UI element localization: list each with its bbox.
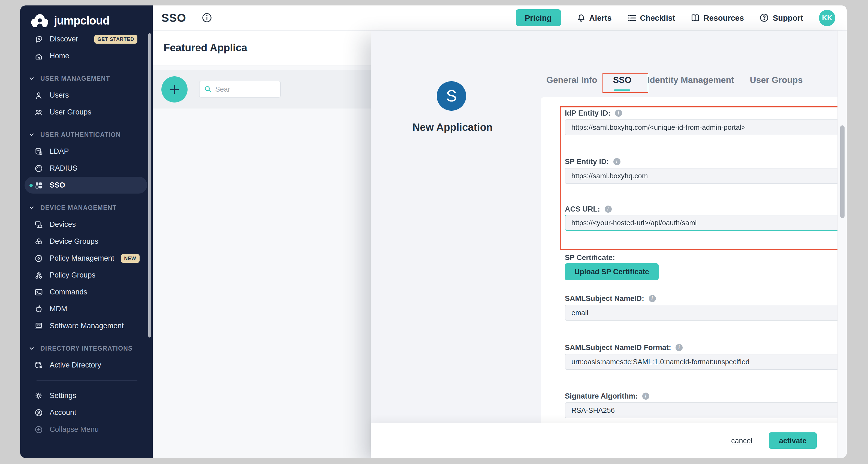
signature-algorithm-select[interactable]: RSA-SHA256▼ xyxy=(565,402,847,418)
new-application-modal: S New Application General Info SSO Ident… xyxy=(371,31,847,458)
sidebar-divider xyxy=(36,380,137,380)
search-input[interactable] xyxy=(215,85,275,93)
pricing-button[interactable]: Pricing xyxy=(516,9,561,26)
chevron-down-icon xyxy=(27,132,36,136)
sp-entity-id-input[interactable] xyxy=(565,168,847,184)
samlsubject-nameid-format-select[interactable]: urn:oasis:names:tc:SAML:1.0:nameid-forma… xyxy=(565,354,847,370)
user-icon xyxy=(34,91,43,99)
sso-tab-annotation-box xyxy=(602,73,648,93)
avatar[interactable]: KK xyxy=(819,9,835,26)
active-indicator-dot xyxy=(29,183,33,187)
sidebar-item-user-groups[interactable]: User Groups xyxy=(20,103,153,121)
activate-button[interactable]: activate xyxy=(769,432,817,449)
jumpcloud-logo: jumpcloud xyxy=(20,5,153,31)
modal-scrollbar-thumb[interactable] xyxy=(840,125,844,218)
commands-terminal-icon xyxy=(34,288,43,296)
sidebar-item-label: Software Management xyxy=(50,322,124,330)
sidebar-item-label: RADIUS xyxy=(50,164,78,172)
active-directory-icon xyxy=(34,361,43,369)
rocket-icon xyxy=(34,35,43,43)
gear-icon xyxy=(34,391,43,400)
nav-label: Resources xyxy=(704,13,744,22)
sidebar-item-ldap[interactable]: LDAP xyxy=(20,143,153,160)
sidebar-item-collapse-menu[interactable]: Collapse Menu xyxy=(20,421,153,438)
sidebar-item-label: SSO xyxy=(50,181,65,189)
sidebar-item-software-management[interactable]: Software Management xyxy=(20,317,153,334)
sidebar-item-mdm[interactable]: MDM xyxy=(20,301,153,317)
software-management-icon xyxy=(34,321,43,330)
ldap-database-icon xyxy=(34,147,43,156)
search-box[interactable] xyxy=(199,81,281,98)
checklist-button[interactable]: Checklist xyxy=(627,13,675,22)
info-icon[interactable]: i xyxy=(649,295,656,302)
page-header: SSO Pricing Alerts Checklist xyxy=(153,5,847,31)
signature-algorithm-label: Signature Algorithm:i xyxy=(565,392,649,400)
info-icon[interactable] xyxy=(202,12,212,23)
nav-label: Checklist xyxy=(640,13,675,22)
section-title: DIRECTORY INTEGRATIONS xyxy=(40,345,133,351)
sidebar-item-users[interactable]: Users xyxy=(20,87,153,103)
sidebar-item-home[interactable]: Home xyxy=(20,48,153,64)
sidebar-item-label: User Groups xyxy=(50,108,91,116)
modal-footer: cancel activate xyxy=(371,423,847,458)
resources-button[interactable]: Resources xyxy=(691,13,744,22)
sidebar-scrollbar[interactable] xyxy=(148,33,151,338)
support-button[interactable]: Support xyxy=(760,13,803,22)
info-icon[interactable]: i xyxy=(642,392,649,399)
sidebar-item-radius[interactable]: RADIUS xyxy=(20,160,153,177)
sidebar-item-device-groups[interactable]: Device Groups xyxy=(20,233,153,250)
sidebar-item-devices[interactable]: Devices xyxy=(20,216,153,233)
radius-icon xyxy=(34,164,43,173)
header-actions: Pricing Alerts Checklist Resources xyxy=(516,9,835,26)
sidebar-section-user-authentication[interactable]: USER AUTHENTICATION xyxy=(20,126,153,143)
sidebar-section-device-management[interactable]: DEVICE MANAGEMENT xyxy=(20,199,153,216)
chevron-down-icon xyxy=(27,76,36,81)
policy-groups-icon xyxy=(34,271,43,279)
sidebar: jumpcloud Discover GET STARTED Home USER… xyxy=(20,5,153,458)
sidebar-item-policy-management[interactable]: Policy Management NEW xyxy=(20,250,153,267)
page-title: SSO xyxy=(161,11,186,24)
section-title: DEVICE MANAGEMENT xyxy=(40,204,117,211)
sidebar-item-label: Home xyxy=(50,52,69,60)
sidebar-item-commands[interactable]: Commands xyxy=(20,283,153,301)
modal-scrollbar-track[interactable] xyxy=(837,31,847,458)
sidebar-item-label: Collapse Menu xyxy=(50,425,99,433)
tab-user-groups[interactable]: User Groups xyxy=(750,74,803,86)
cancel-button[interactable]: cancel xyxy=(731,436,752,445)
acs-url-input[interactable] xyxy=(565,215,847,230)
question-circle-icon xyxy=(760,13,769,22)
section-title: USER AUTHENTICATION xyxy=(40,131,121,138)
info-icon[interactable]: i xyxy=(676,344,683,351)
nav-label: Support xyxy=(773,13,803,22)
info-icon[interactable]: i xyxy=(615,109,622,116)
sidebar-item-label: Policy Groups xyxy=(50,271,95,279)
info-icon[interactable]: i xyxy=(604,205,612,212)
sp-certificate-label: SP Certificate: xyxy=(565,253,615,262)
tab-general-info[interactable]: General Info xyxy=(546,74,597,86)
new-badge: NEW xyxy=(121,254,139,262)
sidebar-item-settings[interactable]: Settings xyxy=(20,387,153,404)
sidebar-item-policy-groups[interactable]: Policy Groups xyxy=(20,267,153,283)
tab-identity-management[interactable]: Identity Management xyxy=(647,74,734,86)
sidebar-item-label: Device Groups xyxy=(50,237,98,245)
sidebar-item-sso[interactable]: SSO xyxy=(25,177,147,193)
sidebar-item-discover[interactable]: Discover GET STARTED xyxy=(20,31,153,48)
upload-sp-certificate-button[interactable]: Upload SP Certificate xyxy=(565,264,659,280)
sidebar-item-label: Commands xyxy=(50,288,87,296)
book-icon xyxy=(691,13,700,22)
info-icon[interactable]: i xyxy=(613,158,620,165)
samlsubject-nameid-select[interactable]: email▼ xyxy=(565,305,847,320)
sidebar-section-directory-integrations[interactable]: DIRECTORY INTEGRATIONS xyxy=(20,340,153,357)
idp-entity-id-input[interactable] xyxy=(565,119,847,135)
sidebar-item-label: Settings xyxy=(50,392,76,400)
sidebar-item-active-directory[interactable]: Active Directory xyxy=(20,357,153,373)
application-logo: S xyxy=(437,81,466,111)
sidebar-section-user-management[interactable]: USER MANAGEMENT xyxy=(20,70,153,87)
get-started-badge: GET STARTED xyxy=(94,35,137,43)
alerts-button[interactable]: Alerts xyxy=(577,13,612,22)
logo-wordmark: jumpcloud xyxy=(54,14,109,27)
sidebar-item-label: Devices xyxy=(50,220,76,228)
screen: jumpcloud Discover GET STARTED Home USER… xyxy=(0,0,868,464)
add-application-button[interactable] xyxy=(161,76,188,102)
sidebar-item-account[interactable]: Account xyxy=(20,404,153,421)
